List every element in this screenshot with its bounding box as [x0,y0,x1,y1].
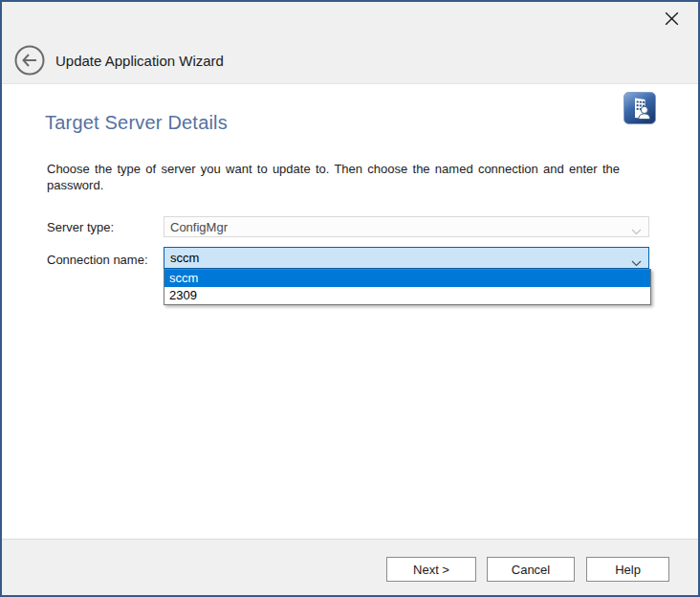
cancel-button[interactable]: Cancel [487,557,575,582]
close-button[interactable] [656,6,687,34]
server-type-label: Server type: [47,220,114,234]
chevron-down-icon [631,224,642,238]
page-description: Choose the type of server you want to up… [47,161,620,193]
wizard-title: Update Application Wizard [55,52,224,70]
connection-name-label: Connection name: [47,253,148,267]
connection-name-value: sccm [170,251,199,265]
back-button[interactable] [14,45,45,76]
wizard-window: Update Application Wizard Target Server … [0,0,700,597]
arrow-left-icon [14,64,45,78]
close-icon [665,11,679,29]
page-title: Target Server Details [45,112,228,134]
dropdown-option-sccm[interactable]: sccm [164,270,650,287]
application-building-user-icon [623,92,656,124]
dropdown-option-2309[interactable]: 2309 [164,287,650,304]
help-button[interactable]: Help [586,557,669,582]
connection-dropdown-list: sccm 2309 [164,269,651,305]
connection-name-dropdown[interactable]: sccm [164,247,649,269]
chevron-down-icon [631,255,642,270]
wizard-footer: Next > Cancel Help [2,539,698,595]
wizard-header: Update Application Wizard [2,2,698,84]
server-type-dropdown: ConfigMgr [164,216,649,237]
server-type-value: ConfigMgr [170,220,228,234]
next-button[interactable]: Next > [386,557,476,582]
description-line: Choose the type of server you want to up… [47,161,620,177]
description-line: password. [47,177,620,193]
